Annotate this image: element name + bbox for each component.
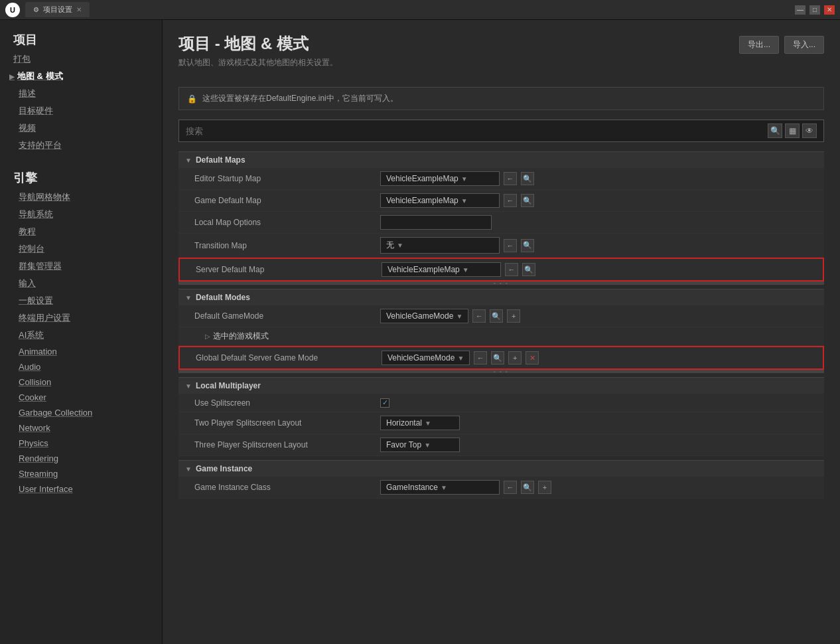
three-player-layout-label: Three Player Splitscreen Layout (194, 440, 380, 449)
default-modes-body: Default GameMode VehicleGameMode ▼ ← 🔍 +… (178, 305, 824, 370)
sidebar-item-animation[interactable]: Animation (0, 344, 162, 359)
default-gamemode-reset[interactable]: ← (472, 309, 486, 323)
three-player-layout-control: Favor Top ▼ (380, 438, 817, 452)
sidebar-item-collision[interactable]: Collision (0, 374, 162, 390)
local-map-options-control (380, 215, 817, 230)
selected-gamemode-subrow[interactable]: ▷ 选中的游戏模式 (178, 327, 824, 346)
game-instance-header[interactable]: ▼ Game Instance (178, 460, 824, 477)
game-instance-label: Game Instance (196, 464, 252, 473)
sidebar-item-target-hardware[interactable]: 目标硬件 (0, 102, 162, 120)
sidebar-item-user-interface[interactable]: User Interface (0, 481, 162, 497)
three-player-layout-row: Three Player Splitscreen Layout Favor To… (178, 434, 824, 456)
minimize-btn[interactable]: — (795, 5, 805, 15)
search-icon[interactable]: 🔍 (768, 123, 782, 138)
sidebar-section-engine: 引擎 (0, 165, 162, 189)
sidebar: 项目 打包 ▶ 地图 & 模式 描述 目标硬件 视频 支持的平台 引擎 导航网格… (0, 20, 163, 644)
local-map-options-input[interactable] (380, 215, 492, 230)
game-default-map-dropdown[interactable]: VehicleExampleMap ▼ (380, 193, 500, 208)
collapse-triangle-gi: ▼ (185, 465, 192, 473)
resize-handle-maps[interactable]: • • • (178, 282, 824, 285)
global-server-gamemode-dropdown[interactable]: VehicleGameMode ▼ (382, 351, 470, 365)
transition-map-dropdown[interactable]: 无 ▼ (380, 237, 500, 254)
import-btn[interactable]: 导入... (784, 36, 824, 54)
resize-handle-modes[interactable]: • • • (178, 370, 824, 373)
game-instance-class-row: Game Instance Class GameInstance ▼ ← 🔍 + (178, 477, 824, 499)
game-instance-class-search[interactable]: 🔍 (521, 481, 534, 494)
transition-map-row: Transition Map 无 ▼ ← 🔍 (178, 234, 824, 258)
default-gamemode-search[interactable]: 🔍 (490, 309, 503, 323)
search-input[interactable] (186, 126, 764, 136)
default-gamemode-dropdown[interactable]: VehicleGameMode ▼ (380, 309, 468, 323)
sidebar-item-console[interactable]: 控制台 (0, 240, 162, 258)
sidebar-item-video[interactable]: 视频 (0, 120, 162, 137)
game-default-map-search[interactable]: 🔍 (521, 194, 534, 207)
sidebar-item-tutorial[interactable]: 教程 (0, 223, 162, 240)
global-server-gamemode-add[interactable]: + (508, 351, 522, 364)
server-default-map-control: VehicleExampleMap ▼ ← 🔍 (382, 262, 816, 277)
two-player-layout-control: Horizontal ▼ (380, 416, 817, 430)
sidebar-item-input[interactable]: 输入 (0, 275, 162, 292)
sidebar-item-description[interactable]: 描述 (0, 85, 162, 102)
global-server-gamemode-reset[interactable]: ← (474, 351, 487, 364)
game-default-map-row: Game Default Map VehicleExampleMap ▼ ← 🔍 (178, 190, 824, 212)
tab-close-btn[interactable]: ✕ (76, 6, 82, 13)
editor-startup-map-reset[interactable]: ← (504, 172, 517, 185)
main-tab[interactable]: ⚙ 项目设置 ✕ (25, 2, 90, 17)
game-instance-class-add[interactable]: + (538, 481, 551, 494)
tab-settings-icon: ⚙ (33, 6, 39, 13)
editor-startup-map-dropdown[interactable]: VehicleExampleMap ▼ (380, 171, 500, 186)
grid-view-btn[interactable]: ▦ (785, 123, 800, 138)
sidebar-item-ai[interactable]: AI系统 (0, 327, 162, 344)
sidebar-item-physics[interactable]: Physics (0, 436, 162, 451)
main-layout: 项目 打包 ▶ 地图 & 模式 描述 目标硬件 视频 支持的平台 引擎 导航网格… (0, 20, 840, 644)
subrow-triangle: ▷ (205, 333, 210, 340)
sidebar-item-packaging[interactable]: 打包 (0, 50, 162, 68)
default-gamemode-label: Default GameMode (194, 311, 380, 321)
global-server-gamemode-clear[interactable]: ✕ (525, 351, 539, 364)
local-multiplayer-header[interactable]: ▼ Local Multiplayer (178, 377, 824, 394)
title-bar-left: U ⚙ 项目设置 ✕ (5, 2, 90, 17)
sidebar-item-nav-mesh[interactable]: 导航网格物体 (0, 189, 162, 206)
sidebar-item-general[interactable]: 一般设置 (0, 292, 162, 309)
global-server-gamemode-search[interactable]: 🔍 (491, 351, 504, 364)
use-splitscreen-checkbox[interactable]: ✓ (380, 398, 389, 408)
use-splitscreen-row: Use Splitscreen ✓ (178, 394, 824, 412)
close-btn[interactable]: ✕ (824, 5, 835, 15)
transition-map-search[interactable]: 🔍 (521, 239, 534, 252)
game-instance-class-reset[interactable]: ← (504, 481, 517, 494)
sidebar-item-garbage-collection[interactable]: Garbage Collection (0, 405, 162, 420)
local-map-options-row: Local Map Options (178, 212, 824, 234)
server-default-map-reset[interactable]: ← (505, 263, 518, 276)
sidebar-item-audio[interactable]: Audio (0, 359, 162, 374)
title-bar: U ⚙ 项目设置 ✕ — □ ✕ (0, 0, 840, 20)
game-instance-class-dropdown[interactable]: GameInstance ▼ (380, 480, 500, 495)
server-default-map-search[interactable]: 🔍 (522, 263, 535, 276)
game-instance-class-label: Game Instance Class (194, 483, 380, 492)
sidebar-item-network[interactable]: Network (0, 420, 162, 436)
default-modes-label: Default Modes (196, 293, 250, 302)
sidebar-item-crowd-manager[interactable]: 群集管理器 (0, 258, 162, 275)
editor-startup-map-search[interactable]: 🔍 (521, 172, 534, 185)
sidebar-item-rendering[interactable]: Rendering (0, 451, 162, 466)
three-player-layout-dropdown[interactable]: Favor Top ▼ (380, 438, 460, 452)
sidebar-item-streaming[interactable]: Streaming (0, 466, 162, 481)
sidebar-item-end-user[interactable]: 终端用户设置 (0, 309, 162, 327)
two-player-layout-dropdown[interactable]: Horizontal ▼ (380, 416, 460, 430)
page-subtitle: 默认地图、游戏模式及其他地图的相关设置。 (178, 57, 338, 68)
filter-btn[interactable]: 👁 (802, 123, 817, 138)
transition-map-reset[interactable]: ← (504, 239, 517, 252)
sidebar-item-maps-modes[interactable]: ▶ 地图 & 模式 (0, 68, 162, 85)
default-gamemode-add[interactable]: + (507, 309, 520, 323)
sidebar-item-nav-system[interactable]: 导航系统 (0, 206, 162, 223)
server-default-map-label: Server Default Map (196, 265, 382, 274)
server-default-map-dropdown[interactable]: VehicleExampleMap ▼ (382, 262, 501, 277)
use-splitscreen-label: Use Splitscreen (194, 398, 380, 408)
maximize-btn[interactable]: □ (809, 5, 820, 15)
default-maps-header[interactable]: ▼ Default Maps (178, 151, 824, 168)
sidebar-item-cooker[interactable]: Cooker (0, 390, 162, 405)
sidebar-item-supported-platforms[interactable]: 支持的平台 (0, 137, 162, 154)
game-default-map-reset[interactable]: ← (504, 194, 517, 207)
export-btn[interactable]: 导出... (739, 36, 779, 54)
game-instance-class-control: GameInstance ▼ ← 🔍 + (380, 480, 817, 495)
default-modes-header[interactable]: ▼ Default Modes (178, 289, 824, 305)
